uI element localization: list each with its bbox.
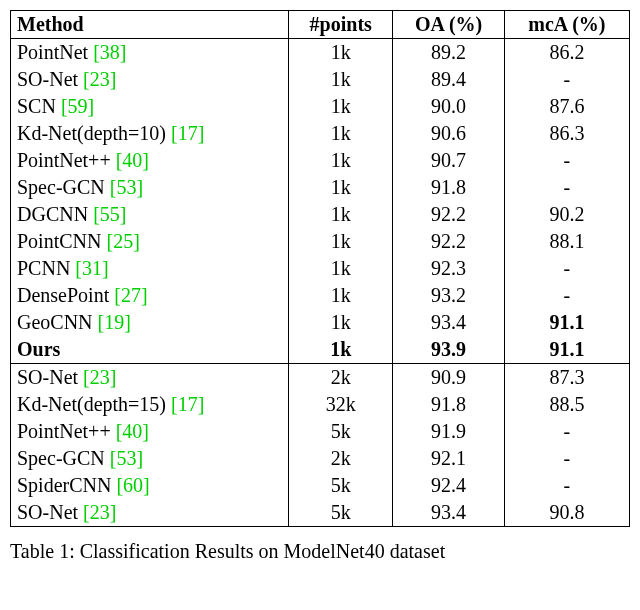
cell-oa: 90.9 <box>393 364 504 392</box>
cell-mca: - <box>504 255 629 282</box>
cell-points: 1k <box>289 120 393 147</box>
cell-oa: 89.2 <box>393 39 504 67</box>
cell-mca: 88.5 <box>504 391 629 418</box>
table-row: SCN [59]1k90.087.6 <box>11 93 630 120</box>
citation-link[interactable]: [53] <box>110 176 143 198</box>
cell-points: 1k <box>289 201 393 228</box>
cell-oa: 93.4 <box>393 309 504 336</box>
cell-method: SO-Net [23] <box>11 499 289 527</box>
cell-method: SO-Net [23] <box>11 364 289 392</box>
cell-points: 1k <box>289 228 393 255</box>
cell-oa: 92.3 <box>393 255 504 282</box>
header-points: #points <box>289 11 393 39</box>
cell-method: Kd-Net(depth=10) [17] <box>11 120 289 147</box>
citation-link[interactable]: [40] <box>116 149 149 171</box>
cell-mca: - <box>504 282 629 309</box>
cell-method: PointNet [38] <box>11 39 289 67</box>
table-row: Spec-GCN [53]2k92.1- <box>11 445 630 472</box>
cell-points: 5k <box>289 418 393 445</box>
citation-link[interactable]: [25] <box>106 230 139 252</box>
cell-method: PointNet++ [40] <box>11 418 289 445</box>
cell-mca: - <box>504 445 629 472</box>
cell-points: 2k <box>289 445 393 472</box>
cell-points: 2k <box>289 364 393 392</box>
cell-mca: - <box>504 66 629 93</box>
table-row: PointNet++ [40]5k91.9- <box>11 418 630 445</box>
cell-points: 1k <box>289 282 393 309</box>
citation-link[interactable]: [38] <box>93 41 126 63</box>
cell-points: 1k <box>289 309 393 336</box>
header-method: Method <box>11 11 289 39</box>
cell-mca: 90.8 <box>504 499 629 527</box>
citation-link[interactable]: [60] <box>116 474 149 496</box>
cell-points: 32k <box>289 391 393 418</box>
cell-method: DGCNN [55] <box>11 201 289 228</box>
cell-oa: 93.4 <box>393 499 504 527</box>
cell-mca: - <box>504 472 629 499</box>
cell-points: 1k <box>289 174 393 201</box>
citation-link[interactable]: [19] <box>98 311 131 333</box>
citation-link[interactable]: [55] <box>93 203 126 225</box>
table-row: Ours1k93.991.1 <box>11 336 630 364</box>
cell-mca: 87.3 <box>504 364 629 392</box>
cell-points: 1k <box>289 39 393 67</box>
citation-link[interactable]: [31] <box>75 257 108 279</box>
cell-method: DensePoint [27] <box>11 282 289 309</box>
table-row: Spec-GCN [53]1k91.8- <box>11 174 630 201</box>
cell-oa: 93.2 <box>393 282 504 309</box>
citation-link[interactable]: [53] <box>110 447 143 469</box>
table-row: SpiderCNN [60]5k92.4- <box>11 472 630 499</box>
cell-mca: 86.3 <box>504 120 629 147</box>
cell-mca: 87.6 <box>504 93 629 120</box>
cell-method: SCN [59] <box>11 93 289 120</box>
cell-mca: 91.1 <box>504 309 629 336</box>
citation-link[interactable]: [23] <box>83 68 116 90</box>
cell-mca: - <box>504 418 629 445</box>
cell-mca: - <box>504 147 629 174</box>
cell-oa: 91.8 <box>393 174 504 201</box>
cell-points: 1k <box>289 93 393 120</box>
header-oa: OA (%) <box>393 11 504 39</box>
citation-link[interactable]: [23] <box>83 501 116 523</box>
table-row: PointCNN [25]1k92.288.1 <box>11 228 630 255</box>
cell-points: 1k <box>289 147 393 174</box>
table-row: PointNet++ [40]1k90.7- <box>11 147 630 174</box>
cell-method: Spec-GCN [53] <box>11 445 289 472</box>
cell-method: SpiderCNN [60] <box>11 472 289 499</box>
cell-method: Ours <box>11 336 289 364</box>
table-row: Kd-Net(depth=10) [17]1k90.686.3 <box>11 120 630 147</box>
cell-method: GeoCNN [19] <box>11 309 289 336</box>
cell-points: 5k <box>289 472 393 499</box>
cell-oa: 89.4 <box>393 66 504 93</box>
cell-method: PointCNN [25] <box>11 228 289 255</box>
cell-mca: 91.1 <box>504 336 629 364</box>
cell-method: PCNN [31] <box>11 255 289 282</box>
citation-link[interactable]: [27] <box>114 284 147 306</box>
cell-method: PointNet++ [40] <box>11 147 289 174</box>
citation-link[interactable]: [17] <box>171 393 204 415</box>
table-row: Kd-Net(depth=15) [17]32k91.888.5 <box>11 391 630 418</box>
table-row: DensePoint [27]1k93.2- <box>11 282 630 309</box>
table-row: PointNet [38]1k89.286.2 <box>11 39 630 67</box>
table-caption: Table 1: Classification Results on Model… <box>10 537 640 565</box>
citation-link[interactable]: [59] <box>61 95 94 117</box>
cell-method: Kd-Net(depth=15) [17] <box>11 391 289 418</box>
cell-oa: 92.1 <box>393 445 504 472</box>
table-row: DGCNN [55]1k92.290.2 <box>11 201 630 228</box>
cell-method: Spec-GCN [53] <box>11 174 289 201</box>
citation-link[interactable]: [17] <box>171 122 204 144</box>
cell-mca: 90.2 <box>504 201 629 228</box>
table-row: GeoCNN [19]1k93.491.1 <box>11 309 630 336</box>
citation-link[interactable]: [23] <box>83 366 116 388</box>
header-mca: mcA (%) <box>504 11 629 39</box>
cell-method: SO-Net [23] <box>11 66 289 93</box>
cell-mca: - <box>504 174 629 201</box>
cell-oa: 90.0 <box>393 93 504 120</box>
table-header-row: Method #points OA (%) mcA (%) <box>11 11 630 39</box>
results-table: Method #points OA (%) mcA (%) PointNet [… <box>10 10 630 527</box>
table-row: SO-Net [23]5k93.490.8 <box>11 499 630 527</box>
cell-points: 1k <box>289 66 393 93</box>
citation-link[interactable]: [40] <box>116 420 149 442</box>
cell-points: 5k <box>289 499 393 527</box>
cell-points: 1k <box>289 336 393 364</box>
